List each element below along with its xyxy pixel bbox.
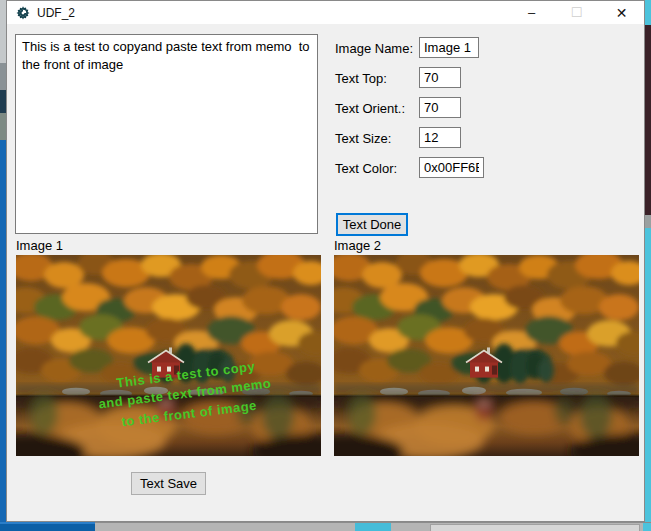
background-segment: [0, 522, 95, 531]
memo-textbox[interactable]: This is a test to copyand paste text fro…: [15, 34, 318, 234]
text-size-input[interactable]: [419, 127, 461, 148]
text-orient-label: Text Orient.:: [335, 101, 405, 116]
text-top-label: Text Top:: [335, 71, 387, 86]
image1-picture: This is a test to copy and paste text fr…: [16, 255, 321, 456]
text-top-input[interactable]: [419, 67, 461, 88]
background-segment: [430, 524, 640, 531]
text-size-label: Text Size:: [335, 131, 391, 146]
window-title: UDF_2: [37, 6, 75, 20]
autumn-lake-photo: [334, 255, 639, 456]
text-save-button[interactable]: Text Save: [131, 472, 206, 495]
minimize-button[interactable]: –: [509, 1, 554, 24]
background-right-sliver: [645, 0, 651, 522]
background-segment: [645, 215, 651, 228]
image-name-input[interactable]: [419, 37, 479, 58]
image1-caption: Image 1: [16, 238, 63, 253]
autumn-lake-photo: [16, 255, 321, 456]
screenshot-stage: UDF_2 – ☐ ✕ This is a test to copyand pa…: [0, 0, 651, 531]
image-name-label: Image Name:: [335, 41, 413, 56]
text-color-label: Text Color:: [335, 161, 397, 176]
app-window: UDF_2 – ☐ ✕ This is a test to copyand pa…: [6, 0, 645, 522]
text-orient-input[interactable]: [419, 97, 461, 118]
text-done-button[interactable]: Text Done: [336, 213, 408, 236]
close-button[interactable]: ✕: [599, 1, 644, 24]
image2-picture: [334, 255, 639, 456]
background-segment: [643, 523, 651, 531]
gear-icon: [15, 5, 31, 21]
background-segment: [645, 25, 651, 215]
background-bottom-strip: [0, 522, 651, 531]
image2-caption: Image 2: [334, 238, 381, 253]
text-color-input[interactable]: [419, 157, 484, 178]
background-segment: [355, 523, 391, 531]
title-bar[interactable]: UDF_2 – ☐ ✕: [7, 1, 644, 24]
maximize-button: ☐: [554, 1, 599, 24]
